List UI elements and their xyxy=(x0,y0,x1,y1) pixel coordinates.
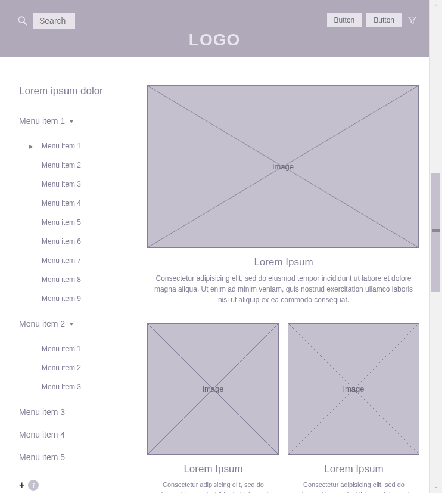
card-1-image-placeholder: Image xyxy=(147,323,279,455)
chevron-down-icon: ▼ xyxy=(69,118,74,125)
hero-card-title: Lorem Ipsum xyxy=(147,256,420,268)
submenu-2-item-1[interactable]: Menu item 1 xyxy=(19,339,129,358)
header: Button Button LOGO xyxy=(0,0,429,57)
submenu-1-item-1[interactable]: ▶ Menu item 1 xyxy=(19,137,129,156)
search-input[interactable] xyxy=(33,13,75,29)
scroll-up-arrow[interactable]: ⌃ xyxy=(434,4,438,10)
card-1: Image Lorem Ipsum Consectetur adipisicin… xyxy=(147,323,279,493)
card-2-image-placeholder: Image xyxy=(288,323,419,455)
menu-item-4[interactable]: Menu item 4 xyxy=(19,430,129,439)
card-2: Image Lorem Ipsum Consectetur adipisicin… xyxy=(288,323,420,493)
hero-card-desc: Consectetur adipisicing elit, sed do eiu… xyxy=(147,273,420,305)
scrollbar-grip xyxy=(432,229,440,234)
submenu-2-item-2[interactable]: Menu item 2 xyxy=(19,358,129,377)
header-button-2[interactable]: Button xyxy=(366,13,402,27)
scroll-down-arrow[interactable]: ⌄ xyxy=(434,483,438,489)
submenu-1-item-2[interactable]: Menu item 2 xyxy=(19,156,129,175)
menu-item-3[interactable]: Menu item 3 xyxy=(19,407,129,417)
card-2-title: Lorem Ipsum xyxy=(288,463,420,475)
menu-item-5[interactable]: Menu item 5 xyxy=(19,452,129,462)
image-label: Image xyxy=(272,162,294,171)
menu-group-2-header[interactable]: Menu item 2 ▼ xyxy=(19,319,129,328)
submenu-2-item-3[interactable]: Menu item 3 xyxy=(19,377,129,396)
card-1-desc: Consectetur adipisicing elit, sed do eiu… xyxy=(147,480,279,493)
submenu-1-item-9[interactable]: Menu item 9 xyxy=(19,289,129,308)
filter-icon[interactable] xyxy=(406,14,418,26)
scrollbar[interactable]: ⌃ ⌄ xyxy=(429,0,442,493)
card-2-desc: Consectetur adipisicing elit, sed do eiu… xyxy=(288,480,420,493)
card-1-title: Lorem Ipsum xyxy=(147,463,279,475)
main-content: Image Lorem Ipsum Consectetur adipisicin… xyxy=(147,85,420,493)
submenu-1-item-4[interactable]: Menu item 4 xyxy=(19,194,129,213)
hero-image-placeholder: Image xyxy=(147,85,419,248)
submenu-1-item-6[interactable]: Menu item 6 xyxy=(19,232,129,251)
submenu-1-item-7[interactable]: Menu item 7 xyxy=(19,251,129,270)
menu-group-1-header[interactable]: Menu item 1 ▼ xyxy=(19,116,129,126)
info-icon[interactable]: i xyxy=(28,480,39,491)
submenu-1-item-5[interactable]: Menu item 5 xyxy=(19,213,129,232)
submenu-1-item-3[interactable]: Menu item 3 xyxy=(19,175,129,194)
sidebar: Lorem ipsum dolor Menu item 1 ▼ ▶ Menu i… xyxy=(19,85,129,493)
header-button-1[interactable]: Button xyxy=(327,13,362,27)
image-label: Image xyxy=(343,385,364,393)
plus-icon[interactable]: + xyxy=(19,480,24,491)
image-label: Image xyxy=(202,385,223,393)
svg-line-1 xyxy=(24,22,27,25)
play-icon: ▶ xyxy=(29,143,33,150)
search-icon[interactable] xyxy=(17,15,29,27)
submenu-1-item-8[interactable]: Menu item 8 xyxy=(19,270,129,289)
chevron-down-icon: ▼ xyxy=(69,321,74,327)
sidebar-title: Lorem ipsum dolor xyxy=(19,85,129,97)
logo: LOGO xyxy=(189,30,240,49)
